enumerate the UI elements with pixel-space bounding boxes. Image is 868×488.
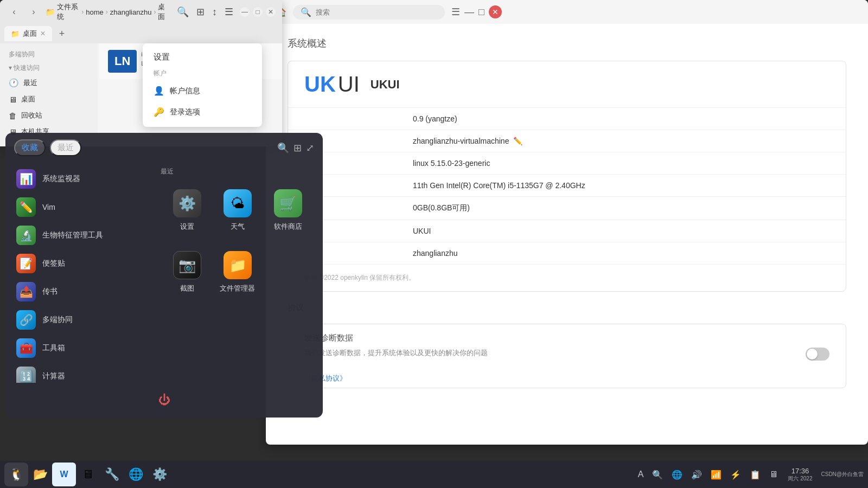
taskbar-right: A 🔍 🌐 🔊 📶 ⚡ 📋 🖥 17:36 周六 2022 CSDN@外白鱼雷 xyxy=(635,467,864,483)
desktop-icon: 🖥 xyxy=(9,95,17,104)
menu-button[interactable]: ☰ xyxy=(222,5,235,19)
tab-pinned[interactable]: 收藏 xyxy=(14,139,46,156)
list-item-notes[interactable]: 📝 便签贴 xyxy=(5,249,152,278)
system-settings-window: 🏠 🔍 ☰ — □ ✕ 系统概述 UK UI UKUI 0.9 (yangtz xyxy=(266,0,868,445)
screenshot-app-icon: 📷 xyxy=(173,251,201,279)
ukui-name-label: UKUI xyxy=(371,78,400,92)
list-item-bio[interactable]: 🔬 生物特征管理工具 xyxy=(5,221,152,249)
toolbar-right: 🔍 ⊞ ↕ ☰ xyxy=(175,5,235,19)
sort-button[interactable]: ↕ xyxy=(210,5,219,19)
settings-minimize-button[interactable]: — xyxy=(464,7,474,18)
launcher-expand-button[interactable]: ⤢ xyxy=(306,142,314,154)
list-item-vim[interactable]: ✏️ Vim xyxy=(5,193,152,221)
view-toggle-button[interactable]: ⊞ xyxy=(194,5,207,19)
pinned-settings[interactable]: ⚙️ 设置 xyxy=(165,183,209,238)
breadcrumb-filesystem[interactable]: 📁 文件系统 › xyxy=(46,2,84,22)
agreement-title: 协议 xyxy=(288,303,846,319)
settings-restore-button[interactable]: □ xyxy=(478,7,484,18)
window-controls: — □ ✕ xyxy=(240,7,276,17)
folder-icon: 📁 xyxy=(46,8,55,16)
sidebar-item-recent[interactable]: 🕐 最近 xyxy=(0,75,98,91)
maximize-button[interactable]: □ xyxy=(253,7,263,17)
diagnostics-toggle[interactable] xyxy=(806,348,829,361)
taskbar-app-settings[interactable]: ⚙️ xyxy=(148,463,171,486)
list-item-sysmon[interactable]: 📊 系统监视器 xyxy=(5,165,152,193)
breadcrumb-home[interactable]: home › xyxy=(86,8,108,16)
privacy-link[interactable]: 《隐私协议》 xyxy=(288,369,846,388)
tab-bar: 📁 桌面 ✕ + xyxy=(0,24,282,43)
search-button[interactable]: 🔍 xyxy=(175,5,191,19)
sysmon-icon: 📊 xyxy=(16,169,36,189)
files-app-icon: 📁 xyxy=(224,251,252,279)
launcher-search-button[interactable]: 🔍 xyxy=(277,142,289,154)
recent-section-label: 最近 xyxy=(156,165,318,178)
tab-close-icon[interactable]: ✕ xyxy=(40,30,46,37)
weather-app-icon: 🌤 xyxy=(224,189,252,217)
taskbar-clock[interactable]: 17:36 周六 2022 xyxy=(783,467,816,483)
power-button[interactable]: ⏻ xyxy=(154,389,175,411)
input-method-icon[interactable]: A xyxy=(635,467,647,481)
list-item-toolkit[interactable]: 🧰 工具箱 xyxy=(5,334,152,362)
settings-search-bar[interactable]: 🔍 xyxy=(293,5,445,20)
calc-icon: 🔢 xyxy=(16,367,36,383)
version-value: 0.9 (yangtze) xyxy=(413,114,457,123)
settings-dropdown: 设置 帐户 👤 帐户信息 🔑 登录选项 xyxy=(143,43,262,127)
copyright-text: 版权 ©2022 openkylin 保留所有权利。 xyxy=(288,264,846,291)
taskbar-app-browser[interactable]: 🌐 xyxy=(124,463,148,486)
account-info-item[interactable]: 👤 帐户信息 xyxy=(143,80,262,101)
breadcrumb-user[interactable]: zhanglianzhu › xyxy=(110,8,156,16)
network-icon[interactable]: 🌐 xyxy=(668,467,686,482)
settings-menu-button[interactable]: ☰ xyxy=(451,6,460,18)
volume-icon[interactable]: 🔊 xyxy=(688,467,705,482)
back-button[interactable]: ‹ xyxy=(7,4,22,20)
pinned-files[interactable]: 📁 文件管理器 xyxy=(215,245,259,300)
list-item-calc[interactable]: 🔢 计算器 xyxy=(5,362,152,383)
sidebar-section-quickaccess[interactable]: ▾ 快速访问 xyxy=(0,61,98,75)
taskbar-app-menu[interactable]: 🐧 xyxy=(4,463,28,486)
pinned-screenshot[interactable]: 📷 截图 xyxy=(165,245,209,300)
minimize-button[interactable]: — xyxy=(240,7,250,17)
info-row-kernel: linux 5.15.0-23-generic xyxy=(288,152,846,174)
launcher-view-button[interactable]: ⊞ xyxy=(293,142,302,154)
wifi-icon[interactable]: 📶 xyxy=(707,467,725,482)
taskbar-app-files[interactable]: 📂 xyxy=(28,463,52,486)
notes-icon: 📝 xyxy=(16,254,36,273)
taskbar-app-debug[interactable]: 🔧 xyxy=(100,463,124,486)
list-item-transfer[interactable]: 📤 传书 xyxy=(5,278,152,306)
transfer-icon: 📤 xyxy=(16,282,36,301)
search-input[interactable] xyxy=(316,8,437,16)
ui-logo: UI xyxy=(338,72,360,97)
close-button[interactable]: ✕ xyxy=(266,7,276,17)
info-row-user: zhanglianzhu xyxy=(288,242,846,264)
pinned-weather[interactable]: 🌤 天气 xyxy=(215,183,259,238)
settings-close-button[interactable]: ✕ xyxy=(489,5,502,18)
sidebar-item-desktop[interactable]: 🖥 桌面 xyxy=(0,91,98,107)
trash-icon: 🗑 xyxy=(9,111,17,120)
launcher-header: 收藏 最近 🔍 ⊞ ⤢ xyxy=(5,133,323,160)
launcher-footer: ⏻ xyxy=(5,383,323,418)
clipboard-icon[interactable]: 📋 xyxy=(746,467,764,482)
display-icon[interactable]: 🖥 xyxy=(766,467,781,481)
new-tab-button[interactable]: + xyxy=(54,26,69,41)
sidebar-item-trash[interactable]: 🗑 回收站 xyxy=(0,107,98,124)
edit-hostname-icon[interactable]: ✏️ xyxy=(513,137,522,145)
pinned-store[interactable]: 🛒 软件商店 xyxy=(266,183,310,238)
list-item-collab[interactable]: 🔗 多端协同 xyxy=(5,306,152,334)
bio-icon: 🔬 xyxy=(16,226,36,245)
file-manager-sidebar: 多端协同 ▾ 快速访问 🕐 最近 🖥 桌面 🗑 回收站 🖥 本机共享 xyxy=(0,43,98,146)
login-options-item[interactable]: 🔑 登录选项 xyxy=(143,101,262,123)
taskbar-app-wps[interactable]: W xyxy=(52,463,76,486)
tab-recent[interactable]: 最近 xyxy=(50,139,81,156)
battery-icon[interactable]: ⚡ xyxy=(727,467,744,482)
system-info-card: UK UI UKUI 0.9 (yangtze) zhanglianzhu-vi… xyxy=(288,61,846,292)
sidebar-section-collab[interactable]: 多端协同 xyxy=(0,48,98,61)
tab-desktop[interactable]: 📁 桌面 ✕ xyxy=(4,26,52,41)
app-list: 📊 系统监视器 ✏️ Vim 🔬 生物特征管理工具 📝 便签贴 📤 传书 🔗 xyxy=(5,160,152,383)
settings-titlebar: 🏠 🔍 ☰ — □ ✕ xyxy=(266,0,868,24)
breadcrumb-desktop[interactable]: 桌面 xyxy=(158,2,170,22)
forward-button[interactable]: › xyxy=(26,4,41,20)
taskbar-search-icon[interactable]: 🔍 xyxy=(649,467,666,482)
taskbar-app-terminal[interactable]: 🖥 xyxy=(76,463,100,486)
csdn-label: CSDN@外白鱼雷 xyxy=(821,471,864,478)
breadcrumb: 📁 文件系统 › home › zhanglianzhu › 桌面 xyxy=(46,2,170,22)
